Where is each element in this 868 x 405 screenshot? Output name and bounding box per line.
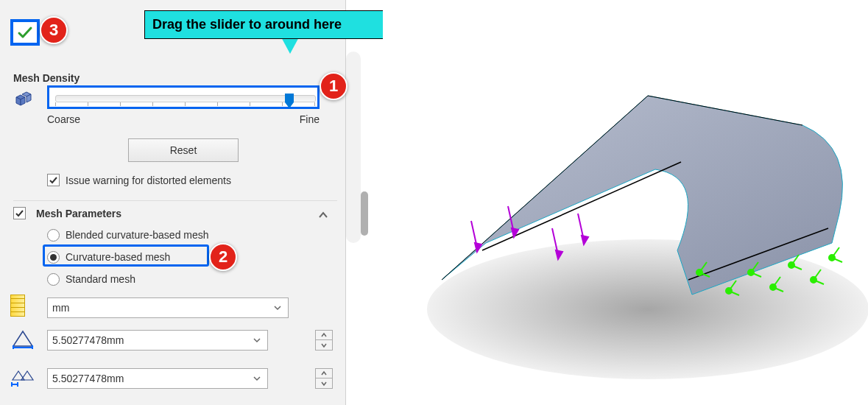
min-size-icon <box>10 368 35 387</box>
unit-value: mm <box>52 302 69 314</box>
mesh-params-header[interactable]: Mesh Parameters <box>13 200 337 219</box>
slider-thumb[interactable] <box>283 92 295 110</box>
radio-curvature-label: Curvature-based mesh <box>66 251 170 263</box>
svg-marker-5 <box>13 331 32 346</box>
max-size-value: 5.50277478mm <box>52 334 124 346</box>
scrollbar-thumb[interactable] <box>361 191 368 236</box>
scrollbar-track[interactable] <box>346 52 361 243</box>
chevron-down-icon[interactable] <box>248 332 266 348</box>
unit-select[interactable]: mm <box>47 297 289 318</box>
radio-icon <box>47 229 60 242</box>
mesh-params-title: Mesh Parameters <box>36 208 121 219</box>
chevron-up-icon[interactable] <box>317 208 330 222</box>
radio-icon <box>47 251 60 264</box>
svg-line-36 <box>832 247 839 258</box>
confirm-button[interactable] <box>10 19 40 46</box>
chevron-down-icon <box>269 300 286 316</box>
mesh-type-radios: Blended curvature-based mesh Curvature-b… <box>47 224 209 290</box>
svg-point-8 <box>427 239 868 379</box>
check-icon <box>16 24 34 41</box>
spinner-down[interactable] <box>316 340 332 350</box>
min-size-spinner <box>315 368 333 389</box>
slider-notches <box>55 102 316 107</box>
radio-curvature[interactable]: Curvature-based mesh <box>47 246 209 268</box>
mesh-density-title: Mesh Density <box>0 69 80 87</box>
check-icon <box>49 175 58 185</box>
step-badge-3: 3 <box>40 16 68 44</box>
radio-icon <box>47 273 60 286</box>
slider-labels: Coarse Fine <box>47 113 320 125</box>
warn-label: Issue warning for distorted elements <box>66 175 231 186</box>
tutorial-callout: Drag the slider to around here <box>144 10 395 39</box>
max-size-input[interactable]: 5.50277478mm <box>47 330 268 351</box>
callout-text: Drag the slider to around here <box>152 17 342 32</box>
coarse-label: Coarse <box>47 113 80 125</box>
ruler-icon <box>10 295 25 317</box>
slider-track <box>55 95 316 102</box>
reset-button[interactable]: Reset <box>128 138 239 162</box>
mesh-panel: Mesh Density Coarse Fine Reset Issu <box>0 0 346 405</box>
min-size-value: 5.50277478mm <box>52 373 124 384</box>
reset-label: Reset <box>170 144 197 156</box>
spinner-up[interactable] <box>316 331 332 340</box>
step-badge-1: 1 <box>320 72 347 100</box>
max-size-spinner <box>315 330 333 351</box>
radio-standard-label: Standard mesh <box>66 273 135 285</box>
svg-marker-12 <box>512 228 518 237</box>
spinner-down[interactable] <box>316 378 332 388</box>
density-slider[interactable] <box>47 85 320 109</box>
max-size-field: 5.50277478mm <box>47 330 289 351</box>
warn-row: Issue warning for distorted elements <box>47 174 231 186</box>
radio-blended-label: Blended curvature-based mesh <box>66 229 209 241</box>
step-badge-2: 2 <box>209 243 237 271</box>
3d-viewport[interactable] <box>383 0 868 405</box>
warn-checkbox[interactable] <box>47 174 60 186</box>
spinner-up[interactable] <box>316 369 332 378</box>
radio-blended[interactable]: Blended curvature-based mesh <box>47 224 209 246</box>
mesh-density-icon <box>12 90 35 110</box>
check-icon <box>15 208 24 218</box>
mesh-params-checkbox[interactable] <box>13 207 26 219</box>
chevron-down-icon[interactable] <box>248 370 266 387</box>
max-size-icon <box>10 330 35 349</box>
radio-standard[interactable]: Standard mesh <box>47 268 209 290</box>
min-size-input[interactable]: 5.50277478mm <box>47 368 268 389</box>
min-size-field: 5.50277478mm <box>47 368 289 389</box>
fine-label: Fine <box>300 113 320 125</box>
